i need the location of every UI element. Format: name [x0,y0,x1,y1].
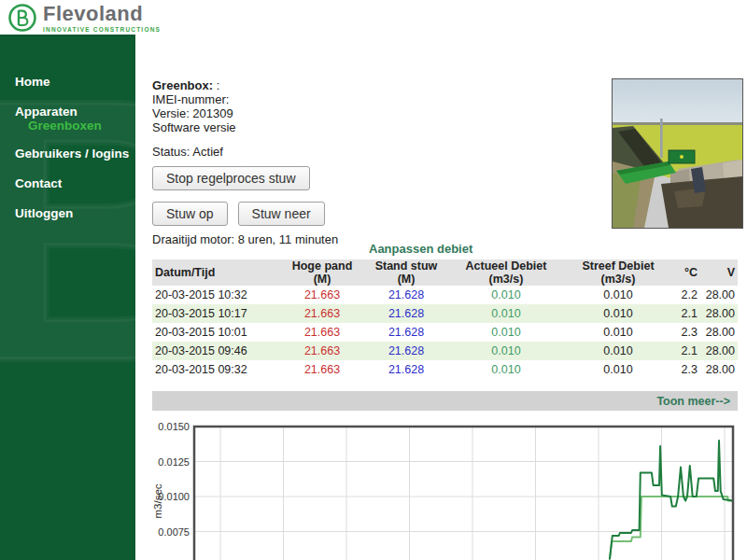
device-name-line: Greenbox: : [152,78,236,92]
table-row: 20-03-2015 10:1721.66321.6280.0100.0102.… [152,304,738,323]
y-axis-label: m3/sec [152,483,163,518]
table-cell: 21.663 [281,323,363,342]
stop-regelproces-button[interactable]: Stop regelproces stuw [152,166,310,190]
table-cell: 0.010 [449,323,563,342]
table-cell: 0.010 [449,286,563,304]
sidebar-menu: Home Apparaten Greenboxen Gebruikers / l… [0,35,135,220]
table-row: 20-03-2015 10:0121.66321.6280.0100.0102.… [152,323,738,342]
stuw-op-button[interactable]: Stuw op [152,202,228,226]
company-logo: Flevoland INNOVATIVE CONSTRUCTIONS [7,3,161,33]
table-cell: 21.663 [281,342,363,360]
table-cell: 28.00 [700,304,738,323]
y-axis-tick-label: 0.0125 [158,456,190,468]
y-axis-tick-label: 0.0150 [158,421,190,432]
table-cell: 21.628 [363,342,449,360]
table-cell: 20-03-2015 09:32 [152,360,281,379]
top-band: Flevoland INNOVATIVE CONSTRUCTIONS [0,0,747,35]
header-actueel-debiet: Actueel Debiet (m3/s) [449,259,563,286]
table-cell: 21.663 [281,286,363,304]
header-streef-debiet: Streef Debiet (m3/s) [563,259,673,286]
table-cell: 21.628 [363,286,449,304]
table-cell: 2.3 [673,323,700,342]
header-temperatuur: °C [673,259,700,286]
brand-tagline: INNOVATIVE CONSTRUCTIONS [43,26,161,33]
sidebar-item-uitloggen[interactable]: Uitloggen [15,206,135,220]
header-voltage: V [700,259,738,286]
table-cell: 0.010 [563,304,673,323]
table-cell: 20-03-2015 10:17 [152,304,281,323]
debiet-chart-svg: 0.01500.01250.01000.0075m3/sec [152,417,738,560]
device-status: Status: Actief [152,145,223,159]
device-info: Greenbox: : IMEI-nummer: Versie: 201309 … [152,78,236,134]
table-cell: 21.628 [363,323,449,342]
table-cell: 0.010 [563,323,673,342]
page: Flevoland INNOVATIVE CONSTRUCTIONS Confi… [0,0,747,560]
table-cell: 2.3 [673,360,700,379]
device-software-line: Software versie [152,120,236,134]
sidebar-item-greenboxen[interactable]: Greenboxen [28,119,135,133]
sidebar-item-home[interactable]: Home [15,75,135,89]
device-name-value: : [217,78,220,92]
table-cell: 0.010 [563,342,673,360]
device-name-label: Greenbox: [152,78,213,92]
debiet-chart: 0.01500.01250.01000.0075m3/sec [152,417,738,560]
table-cell: 20-03-2015 10:32 [152,286,281,304]
table-cell: 0.010 [449,342,563,360]
table-header: Datum/Tijd Hoge pand (M) Stand stuw (M) … [152,259,738,286]
sidebar-item-contact[interactable]: Contact [15,176,135,190]
table-cell: 2.1 [673,304,700,323]
table-cell: 20-03-2015 10:01 [152,323,281,342]
measurements-table: Datum/Tijd Hoge pand (M) Stand stuw (M) … [152,259,738,379]
stuw-buttons: Stuw op Stuw neer [152,202,325,226]
table-cell: 28.00 [700,323,738,342]
table-row: 20-03-2015 10:3221.66321.6280.0100.0102.… [152,286,738,304]
sidebar-item-apparaten[interactable]: Apparaten [15,105,135,119]
sidebar: B Home Apparaten Greenboxen Gebruikers /… [0,35,135,560]
greenbox-photo [612,78,743,229]
table-body: 20-03-2015 10:3221.66321.6280.0100.0102.… [152,286,738,379]
table-cell: 28.00 [700,286,738,304]
table-cell: 0.010 [449,360,563,379]
table-cell: 0.010 [563,360,673,379]
device-versie-line: Versie: 201309 [152,106,236,120]
main-content: Greenbox: : IMEI-nummer: Versie: 201309 … [135,35,747,560]
table-cell: 28.00 [700,342,738,360]
device-imei-line: IMEI-nummer: [152,92,236,106]
weir-photo-illustration [613,79,742,228]
aanpassen-debiet-link[interactable]: Aanpassen debiet [369,242,472,256]
table-cell: 2.1 [673,342,700,360]
table-cell: 21.628 [363,304,449,323]
logo-monogram-icon [7,3,37,33]
table-cell: 28.00 [700,360,738,379]
table-row: 20-03-2015 09:4621.66321.6280.0100.0102.… [152,342,738,360]
table-header-row: Datum/Tijd Hoge pand (M) Stand stuw (M) … [152,259,738,286]
toon-meer-link[interactable]: Toon meer--> [656,395,730,408]
table-cell: 0.010 [563,286,673,304]
stuw-neer-button[interactable]: Stuw neer [238,202,325,226]
table-cell: 0.010 [449,304,563,323]
table-cell: 21.663 [281,360,363,379]
header-stand-stuw: Stand stuw (M) [363,259,449,286]
sidebar-item-gebruikers-logins[interactable]: Gebruikers / logins [15,147,135,161]
table-footer-bar: Toon meer--> [152,391,738,411]
table-cell: 21.628 [363,360,449,379]
header-hoge-pand: Hoge pand (M) [281,259,363,286]
y-axis-tick-label: 0.0075 [158,526,190,538]
brand-name: Flevoland [43,3,161,25]
table-row: 20-03-2015 09:3221.66321.6280.0100.0102.… [152,360,738,379]
table-cell: 20-03-2015 09:46 [152,342,281,360]
table-cell: 2.2 [673,286,700,304]
header-datum-tijd: Datum/Tijd [152,259,281,286]
table-cell: 21.663 [281,304,363,323]
draaitijd-motor-text: Draaitijd motor: 8 uren, 11 minuten [152,232,338,246]
